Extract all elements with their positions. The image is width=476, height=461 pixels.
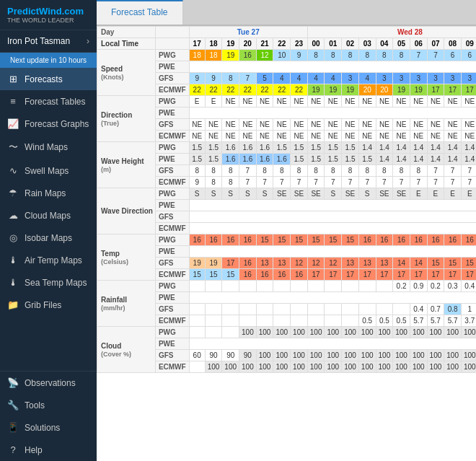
wavedir-label: Wave Direction: [97, 188, 156, 234]
cell: 7: [393, 177, 410, 188]
cell: 7: [256, 177, 273, 188]
help-icon: ?: [7, 444, 19, 455]
isobar-icon: ◎: [7, 232, 19, 243]
hour-07: 07: [427, 38, 444, 50]
cell: [291, 315, 308, 327]
sidebar-item-rain-maps[interactable]: ☂ Rain Maps: [0, 182, 97, 204]
cell: 100: [256, 361, 273, 373]
cell: 7: [239, 177, 257, 188]
tab-forecast-table[interactable]: Forecast Table: [97, 0, 183, 25]
cell: [189, 61, 476, 73]
pwg-label: PWG: [155, 188, 189, 200]
cell: 100: [376, 350, 393, 361]
cell: NE: [273, 96, 291, 107]
cell: 100: [444, 327, 462, 338]
cell: 0.5: [376, 315, 393, 327]
cell: SE: [273, 188, 291, 200]
cell: 4: [307, 73, 325, 84]
cell: 15: [325, 234, 342, 246]
cell: [273, 304, 291, 315]
sidebar-item-forecast-graphs[interactable]: 📈 Forecast Graphs: [0, 113, 97, 135]
cell: 1.5: [342, 142, 359, 154]
cell: 1.6: [222, 154, 239, 165]
cell: 7: [291, 177, 308, 188]
sidebar-item-air-temp[interactable]: 🌡 Air Temp Maps: [0, 249, 97, 271]
sidebar-item-solutions[interactable]: 📱 Solutions: [0, 416, 97, 439]
cell: 7: [358, 177, 376, 188]
model-time-header: [155, 38, 189, 50]
sidebar-item-label: Sea Temp Maps: [25, 278, 87, 288]
cell: 12: [256, 50, 273, 61]
sidebar-item-forecast-tables[interactable]: ≡ Forecast Tables: [0, 90, 97, 113]
cell: 17: [325, 269, 342, 281]
cell: 100: [256, 327, 273, 338]
pwg-label: PWG: [155, 142, 189, 154]
cell: [205, 281, 222, 292]
cloud-pwg-row: Cloud(Cover %) PWG 100 100 100 100 100 1…: [97, 327, 477, 338]
sidebar-item-isobar-maps[interactable]: ◎ Isobar Maps: [0, 227, 97, 249]
cell: 1.4: [427, 142, 444, 154]
cell: 100: [222, 361, 239, 373]
cell: NE: [427, 119, 444, 131]
cell: 15: [307, 234, 325, 246]
location-bar[interactable]: Iron Pot Tasman ›: [0, 30, 97, 53]
day-tue-header: Tue 27: [189, 27, 307, 38]
cell: [222, 315, 239, 327]
cell: NE: [205, 131, 222, 142]
cell: 100: [239, 327, 257, 338]
solutions-icon: 📱: [7, 422, 19, 433]
cell: [342, 315, 359, 327]
sidebar-item-forecasts[interactable]: ⊞ Forecasts: [0, 68, 97, 90]
cell: [307, 315, 325, 327]
cell: 7: [342, 177, 359, 188]
sidebar-item-cloud-maps[interactable]: ☁ Cloud Maps: [0, 204, 97, 227]
cell: 17: [393, 269, 410, 281]
gfs-label: GFS: [155, 258, 189, 269]
cell: 5: [256, 73, 273, 84]
sidebar-item-help[interactable]: ? Help: [0, 439, 97, 461]
sidebar-item-wind-maps[interactable]: 〜 Wind Maps: [0, 135, 97, 159]
cell: 0.3: [444, 281, 462, 292]
sidebar-item-tools[interactable]: 🔧 Tools: [0, 394, 97, 416]
cell: 16: [189, 234, 205, 246]
sidebar-item-observations[interactable]: 📡 Observations: [0, 372, 97, 394]
cell: [222, 304, 239, 315]
cell: 22: [256, 84, 273, 96]
cell: 100: [325, 350, 342, 361]
cell: 8: [307, 165, 325, 177]
cell: [376, 281, 393, 292]
cell: NE: [461, 131, 476, 142]
cell: 100: [444, 350, 462, 361]
cell: [342, 304, 359, 315]
cell: 22: [205, 84, 222, 96]
update-bar: Next update in 10 hours: [0, 53, 97, 68]
cell: 100: [358, 361, 376, 373]
obs-icon: 📡: [7, 377, 19, 388]
cell: [358, 304, 376, 315]
forecast-table-container[interactable]: Day Tue 27 Wed 28 Local Time 17 18 19 20…: [97, 26, 476, 461]
hour-02: 02: [342, 38, 359, 50]
cell: NE: [291, 131, 308, 142]
cell: 7: [376, 177, 393, 188]
hour-21: 21: [256, 38, 273, 50]
pwe-label: PWE: [155, 292, 189, 304]
sidebar-item-sea-temp[interactable]: 🌡 Sea Temp Maps: [0, 271, 97, 294]
ecmwf-label: ECMWF: [155, 177, 189, 188]
cell: 17: [307, 269, 325, 281]
cell: [205, 315, 222, 327]
cell: 5.7: [427, 315, 444, 327]
sidebar-item-grib-files[interactable]: 📁 Grib Files: [0, 294, 97, 316]
temp-pwg-row: Temp(Celsius) PWG 16 16 16 16 15 15 15 1…: [97, 234, 477, 246]
cell: 4: [291, 73, 308, 84]
sidebar-item-swell-maps[interactable]: ∿ Swell Maps: [0, 159, 97, 182]
cell: 7: [325, 177, 342, 188]
cell: [325, 315, 342, 327]
cell: 6: [444, 50, 462, 61]
cell: 16: [393, 234, 410, 246]
cell: NE: [239, 131, 257, 142]
cell: NE: [189, 119, 205, 131]
cell: 20: [376, 84, 393, 96]
ecmwf-label: ECMWF: [155, 84, 189, 96]
cell: NE: [461, 119, 476, 131]
cell: E: [410, 188, 427, 200]
